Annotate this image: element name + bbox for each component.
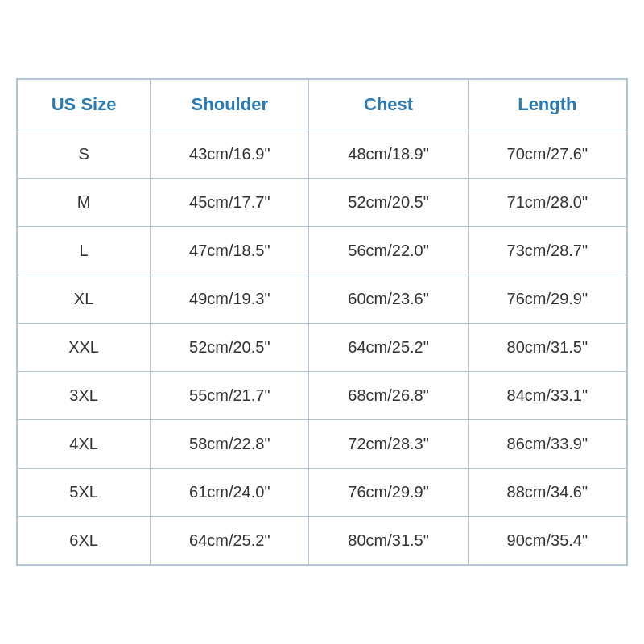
cell-r5-c3: 84cm/33.1" <box>468 372 626 420</box>
cell-r7-c1: 61cm/24.0" <box>151 469 309 517</box>
table-row: 5XL61cm/24.0"76cm/29.9"88cm/34.6" <box>18 469 627 517</box>
cell-r8-c1: 64cm/25.2" <box>151 517 309 565</box>
cell-r1-c2: 52cm/20.5" <box>309 179 468 227</box>
cell-r2-c2: 56cm/22.0" <box>309 227 468 275</box>
header-col-2: Chest <box>309 80 468 130</box>
cell-r8-c3: 90cm/35.4" <box>468 517 626 565</box>
size-chart-table: US SizeShoulderChestLength S43cm/16.9"48… <box>17 79 627 565</box>
cell-r4-c1: 52cm/20.5" <box>151 324 309 372</box>
table-row: 4XL58cm/22.8"72cm/28.3"86cm/33.9" <box>18 420 627 469</box>
cell-r0-c2: 48cm/18.9" <box>309 130 468 179</box>
table-row: S43cm/16.9"48cm/18.9"70cm/27.6" <box>18 130 627 179</box>
table-row: 6XL64cm/25.2"80cm/31.5"90cm/35.4" <box>18 517 627 565</box>
cell-r6-c3: 86cm/33.9" <box>468 420 626 469</box>
cell-r1-c0: M <box>18 179 151 227</box>
table-row: XXL52cm/20.5"64cm/25.2"80cm/31.5" <box>18 324 627 372</box>
table-row: M45cm/17.7"52cm/20.5"71cm/28.0" <box>18 179 627 227</box>
cell-r8-c0: 6XL <box>18 517 151 565</box>
size-chart-container: US SizeShoulderChestLength S43cm/16.9"48… <box>16 78 628 566</box>
cell-r3-c2: 60cm/23.6" <box>309 275 468 324</box>
header-row: US SizeShoulderChestLength <box>18 80 627 130</box>
cell-r2-c1: 47cm/18.5" <box>151 227 309 275</box>
cell-r2-c3: 73cm/28.7" <box>468 227 626 275</box>
cell-r3-c1: 49cm/19.3" <box>151 275 309 324</box>
cell-r6-c1: 58cm/22.8" <box>151 420 309 469</box>
cell-r4-c2: 64cm/25.2" <box>309 324 468 372</box>
cell-r3-c0: XL <box>18 275 151 324</box>
header-col-1: Shoulder <box>151 80 309 130</box>
cell-r2-c0: L <box>18 227 151 275</box>
cell-r7-c2: 76cm/29.9" <box>309 469 468 517</box>
cell-r5-c0: 3XL <box>18 372 151 420</box>
table-body: S43cm/16.9"48cm/18.9"70cm/27.6"M45cm/17.… <box>18 130 627 565</box>
cell-r0-c0: S <box>18 130 151 179</box>
cell-r6-c0: 4XL <box>18 420 151 469</box>
header-col-0: US Size <box>18 80 151 130</box>
cell-r1-c1: 45cm/17.7" <box>151 179 309 227</box>
table-row: L47cm/18.5"56cm/22.0"73cm/28.7" <box>18 227 627 275</box>
cell-r7-c3: 88cm/34.6" <box>468 469 626 517</box>
cell-r0-c1: 43cm/16.9" <box>151 130 309 179</box>
cell-r3-c3: 76cm/29.9" <box>468 275 626 324</box>
cell-r5-c1: 55cm/21.7" <box>151 372 309 420</box>
cell-r6-c2: 72cm/28.3" <box>309 420 468 469</box>
table-header: US SizeShoulderChestLength <box>18 80 627 130</box>
cell-r7-c0: 5XL <box>18 469 151 517</box>
cell-r0-c3: 70cm/27.6" <box>468 130 626 179</box>
cell-r1-c3: 71cm/28.0" <box>468 179 626 227</box>
cell-r5-c2: 68cm/26.8" <box>309 372 468 420</box>
header-col-3: Length <box>468 80 626 130</box>
cell-r4-c0: XXL <box>18 324 151 372</box>
cell-r4-c3: 80cm/31.5" <box>468 324 626 372</box>
table-row: 3XL55cm/21.7"68cm/26.8"84cm/33.1" <box>18 372 627 420</box>
table-row: XL49cm/19.3"60cm/23.6"76cm/29.9" <box>18 275 627 324</box>
cell-r8-c2: 80cm/31.5" <box>309 517 468 565</box>
